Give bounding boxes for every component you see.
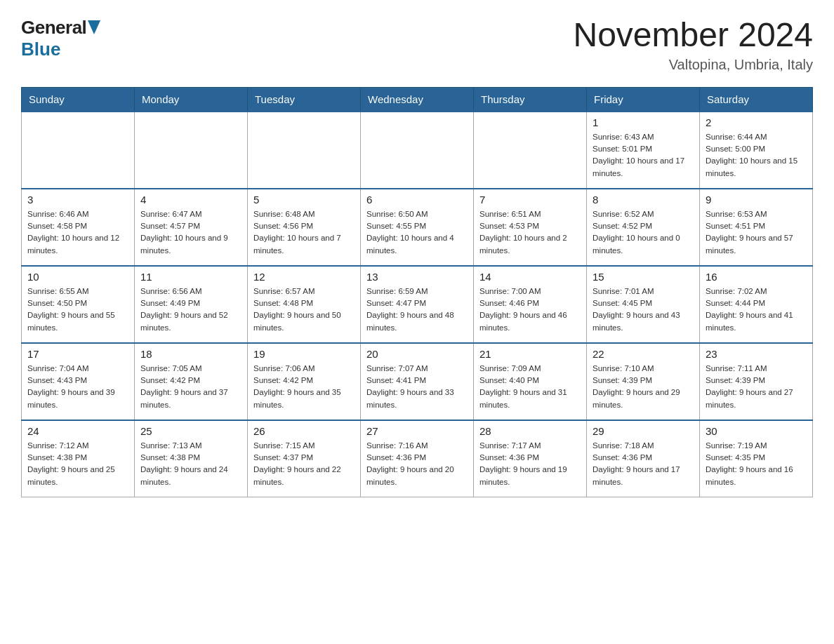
day-info: Sunrise: 6:57 AMSunset: 4:48 PMDaylight:… — [253, 286, 355, 334]
calendar-cell-4-4: 20Sunrise: 7:07 AMSunset: 4:41 PMDayligh… — [361, 343, 474, 420]
logo-blue-text: Blue — [21, 39, 60, 60]
day-info: Sunrise: 6:53 AMSunset: 4:51 PMDaylight:… — [706, 208, 807, 257]
calendar-cell-1-6: 1Sunrise: 6:43 AMSunset: 5:01 PMDaylight… — [587, 112, 700, 189]
calendar-cell-4-7: 23Sunrise: 7:11 AMSunset: 4:39 PMDayligh… — [700, 343, 813, 420]
day-info: Sunrise: 6:59 AMSunset: 4:47 PMDaylight:… — [366, 286, 468, 334]
calendar-cell-5-7: 30Sunrise: 7:19 AMSunset: 4:35 PMDayligh… — [700, 420, 813, 497]
calendar-cell-5-1: 24Sunrise: 7:12 AMSunset: 4:38 PMDayligh… — [22, 420, 135, 497]
calendar-table: SundayMondayTuesdayWednesdayThursdayFrid… — [21, 87, 813, 498]
day-info: Sunrise: 7:00 AMSunset: 4:46 PMDaylight:… — [479, 286, 581, 334]
day-info: Sunrise: 7:13 AMSunset: 4:38 PMDaylight:… — [140, 440, 241, 488]
day-number: 15 — [593, 271, 694, 283]
calendar-week-row-2: 3Sunrise: 6:46 AMSunset: 4:58 PMDaylight… — [22, 189, 813, 266]
calendar-cell-3-1: 10Sunrise: 6:55 AMSunset: 4:50 PMDayligh… — [22, 266, 135, 343]
day-number: 25 — [140, 425, 241, 437]
day-info: Sunrise: 6:44 AMSunset: 5:00 PMDaylight:… — [706, 131, 807, 180]
calendar-cell-3-3: 12Sunrise: 6:57 AMSunset: 4:48 PMDayligh… — [248, 266, 361, 343]
day-info: Sunrise: 6:43 AMSunset: 5:01 PMDaylight:… — [593, 131, 694, 180]
day-info: Sunrise: 7:18 AMSunset: 4:36 PMDaylight:… — [593, 440, 694, 488]
calendar-header-row: SundayMondayTuesdayWednesdayThursdayFrid… — [22, 87, 813, 112]
calendar-cell-2-2: 4Sunrise: 6:47 AMSunset: 4:57 PMDaylight… — [135, 189, 248, 266]
calendar-cell-3-4: 13Sunrise: 6:59 AMSunset: 4:47 PMDayligh… — [361, 266, 474, 343]
calendar-header-tuesday: Tuesday — [248, 87, 361, 112]
day-number: 1 — [593, 116, 694, 128]
day-info: Sunrise: 6:50 AMSunset: 4:55 PMDaylight:… — [366, 208, 468, 257]
calendar-cell-4-1: 17Sunrise: 7:04 AMSunset: 4:43 PMDayligh… — [22, 343, 135, 420]
calendar-cell-2-7: 9Sunrise: 6:53 AMSunset: 4:51 PMDaylight… — [700, 189, 813, 266]
day-info: Sunrise: 7:09 AMSunset: 4:40 PMDaylight:… — [479, 363, 581, 411]
day-number: 24 — [27, 425, 128, 437]
day-info: Sunrise: 7:01 AMSunset: 4:45 PMDaylight:… — [593, 286, 694, 334]
day-info: Sunrise: 6:55 AMSunset: 4:50 PMDaylight:… — [27, 286, 128, 334]
calendar-header-thursday: Thursday — [474, 87, 587, 112]
calendar-cell-3-2: 11Sunrise: 6:56 AMSunset: 4:49 PMDayligh… — [135, 266, 248, 343]
calendar-week-row-4: 17Sunrise: 7:04 AMSunset: 4:43 PMDayligh… — [22, 343, 813, 420]
calendar-week-row-3: 10Sunrise: 6:55 AMSunset: 4:50 PMDayligh… — [22, 266, 813, 343]
day-number: 3 — [27, 194, 128, 206]
calendar-cell-5-5: 28Sunrise: 7:17 AMSunset: 4:36 PMDayligh… — [474, 420, 587, 497]
day-number: 30 — [706, 425, 807, 437]
calendar-cell-3-7: 16Sunrise: 7:02 AMSunset: 4:44 PMDayligh… — [700, 266, 813, 343]
calendar-cell-5-4: 27Sunrise: 7:16 AMSunset: 4:36 PMDayligh… — [361, 420, 474, 497]
day-info: Sunrise: 6:48 AMSunset: 4:56 PMDaylight:… — [253, 208, 355, 257]
calendar-cell-4-2: 18Sunrise: 7:05 AMSunset: 4:42 PMDayligh… — [135, 343, 248, 420]
calendar-cell-2-5: 7Sunrise: 6:51 AMSunset: 4:53 PMDaylight… — [474, 189, 587, 266]
day-number: 2 — [706, 116, 807, 128]
day-info: Sunrise: 7:11 AMSunset: 4:39 PMDaylight:… — [706, 363, 807, 411]
day-info: Sunrise: 7:05 AMSunset: 4:42 PMDaylight:… — [140, 363, 241, 411]
svg-marker-0 — [88, 20, 100, 34]
day-number: 4 — [140, 194, 241, 206]
calendar-cell-5-2: 25Sunrise: 7:13 AMSunset: 4:38 PMDayligh… — [135, 420, 248, 497]
calendar-cell-5-6: 29Sunrise: 7:18 AMSunset: 4:36 PMDayligh… — [587, 420, 700, 497]
day-number: 7 — [479, 194, 581, 206]
calendar-cell-2-4: 6Sunrise: 6:50 AMSunset: 4:55 PMDaylight… — [361, 189, 474, 266]
day-number: 22 — [593, 348, 694, 360]
day-number: 11 — [140, 271, 241, 283]
calendar-header-monday: Monday — [135, 87, 248, 112]
logo: General Blue — [21, 17, 100, 60]
logo-general-text: General — [21, 17, 86, 39]
day-number: 20 — [366, 348, 468, 360]
calendar-cell-1-2 — [135, 112, 248, 189]
day-info: Sunrise: 7:07 AMSunset: 4:41 PMDaylight:… — [366, 363, 468, 411]
day-info: Sunrise: 7:12 AMSunset: 4:38 PMDaylight:… — [27, 440, 128, 488]
calendar-cell-3-6: 15Sunrise: 7:01 AMSunset: 4:45 PMDayligh… — [587, 266, 700, 343]
day-number: 13 — [366, 271, 468, 283]
calendar-header-friday: Friday — [587, 87, 700, 112]
day-number: 23 — [706, 348, 807, 360]
calendar-week-row-1: 1Sunrise: 6:43 AMSunset: 5:01 PMDaylight… — [22, 112, 813, 189]
day-number: 19 — [253, 348, 355, 360]
day-number: 29 — [593, 425, 694, 437]
day-info: Sunrise: 7:04 AMSunset: 4:43 PMDaylight:… — [27, 363, 128, 411]
day-number: 14 — [479, 271, 581, 283]
day-info: Sunrise: 7:10 AMSunset: 4:39 PMDaylight:… — [593, 363, 694, 411]
calendar-cell-4-5: 21Sunrise: 7:09 AMSunset: 4:40 PMDayligh… — [474, 343, 587, 420]
day-number: 16 — [706, 271, 807, 283]
calendar-cell-2-3: 5Sunrise: 6:48 AMSunset: 4:56 PMDaylight… — [248, 189, 361, 266]
calendar-header-saturday: Saturday — [700, 87, 813, 112]
calendar-title: November 2024 — [573, 17, 813, 54]
calendar-cell-5-3: 26Sunrise: 7:15 AMSunset: 4:37 PMDayligh… — [248, 420, 361, 497]
day-info: Sunrise: 7:06 AMSunset: 4:42 PMDaylight:… — [253, 363, 355, 411]
day-info: Sunrise: 6:51 AMSunset: 4:53 PMDaylight:… — [479, 208, 581, 257]
calendar-cell-2-6: 8Sunrise: 6:52 AMSunset: 4:52 PMDaylight… — [587, 189, 700, 266]
day-number: 21 — [479, 348, 581, 360]
day-info: Sunrise: 6:47 AMSunset: 4:57 PMDaylight:… — [140, 208, 241, 257]
day-number: 12 — [253, 271, 355, 283]
logo-arrow-icon — [88, 20, 100, 34]
day-number: 9 — [706, 194, 807, 206]
day-number: 10 — [27, 271, 128, 283]
day-number: 8 — [593, 194, 694, 206]
calendar-header-sunday: Sunday — [22, 87, 135, 112]
day-number: 18 — [140, 348, 241, 360]
day-number: 5 — [253, 194, 355, 206]
calendar-subtitle: Valtopina, Umbria, Italy — [573, 57, 813, 73]
calendar-cell-4-3: 19Sunrise: 7:06 AMSunset: 4:42 PMDayligh… — [248, 343, 361, 420]
day-number: 27 — [366, 425, 468, 437]
calendar-cell-1-3 — [248, 112, 361, 189]
page-header: General Blue November 2024 Valtopina, Um… — [21, 17, 813, 73]
day-info: Sunrise: 7:15 AMSunset: 4:37 PMDaylight:… — [253, 440, 355, 488]
day-number: 26 — [253, 425, 355, 437]
calendar-cell-1-5 — [474, 112, 587, 189]
calendar-cell-1-7: 2Sunrise: 6:44 AMSunset: 5:00 PMDaylight… — [700, 112, 813, 189]
